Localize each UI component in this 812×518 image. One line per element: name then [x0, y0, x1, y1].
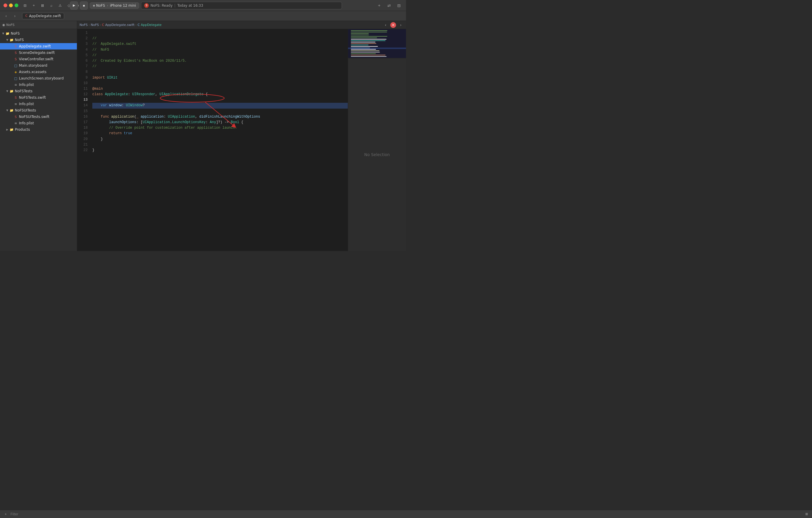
file-tab-appdelegate[interactable]: C AppDelegate.swift — [22, 13, 64, 19]
nav-next-button[interactable]: › — [398, 22, 404, 28]
tree-item-infoplist[interactable]: ≡ Info.plist — [0, 82, 77, 88]
nav-left-button[interactable]: ‹ — [2, 12, 10, 20]
plist-icon: ≡ — [13, 102, 18, 106]
sidebar: ◉ NoFS ▼ 📁 NoFS ▼ 📁 NoFS S AppDelegate. — [0, 21, 77, 251]
code-view: 1 2 3 4 5 6 7 8 9 10 11 12 13 14 — [77, 29, 348, 251]
class-icon: C — [138, 23, 141, 27]
swift-file-icon: S — [13, 51, 18, 55]
triangle-icon: ▼ — [5, 90, 9, 93]
file-tabs-bar: ‹ › C AppDelegate.swift — [0, 11, 406, 21]
editor-wrapper: NoFS › NoFS › C AppDelegate.swift › C Ap… — [77, 21, 406, 251]
tree-item-nofsuitests-plist[interactable]: ≡ Info.plist — [0, 120, 77, 126]
tab-filename: AppDelegate.swift — [29, 14, 61, 18]
storyboard-icon: □ — [13, 77, 18, 80]
nav-prev-button[interactable]: ‹ — [383, 22, 388, 28]
fullscreen-button[interactable] — [14, 3, 18, 7]
device-name: iPhone 12 mini — [110, 3, 136, 7]
tree-item-nofs-root[interactable]: ▼ 📁 NoFS — [0, 30, 77, 37]
triangle-icon: ▼ — [1, 32, 5, 35]
toolbar-right: ＋ ⇄ ⊟ — [375, 1, 403, 10]
bc-appdelegate-class: C AppDelegate — [138, 23, 162, 27]
main-area: ◉ NoFS ▼ 📁 NoFS ▼ 📁 NoFS S AppDelegate. — [0, 21, 406, 251]
nav-right-button[interactable]: › — [11, 12, 19, 20]
storyboard-icon: □ — [13, 64, 18, 67]
close-button[interactable] — [3, 3, 7, 7]
sidebar-toggle-button[interactable]: ⊟ — [21, 2, 29, 9]
stop-button[interactable]: ■ — [80, 1, 88, 10]
no-selection-label: No Selection — [348, 58, 406, 251]
tree-item-nofstests[interactable]: ▼ 📁 NoFSTests — [0, 88, 77, 94]
scheme-selector[interactable]: ⎈ NoFS › iPhone 12 mini — [90, 2, 139, 9]
scheme-name: NoFS — [96, 3, 105, 7]
traffic-lights — [0, 3, 18, 7]
inspector-panel: No Selection — [348, 29, 406, 251]
status-text: NoFS: Ready — [151, 3, 173, 7]
status-time: Today at 16:33 — [177, 3, 203, 7]
code-content[interactable]: // // AppDelegate.swift // NoFS // // Cr… — [90, 29, 348, 251]
file-tree: ▼ 📁 NoFS ▼ 📁 NoFS S AppDelegate.swift S — [0, 29, 77, 251]
sidebar-bc-label: NoFS — [6, 23, 14, 27]
asset-icon: ◈ — [13, 70, 18, 74]
minimap — [348, 29, 406, 58]
tree-item-launchscreen[interactable]: □ LaunchScreen.storyboard — [0, 75, 77, 82]
warning-button[interactable]: ⚠ — [56, 2, 64, 9]
plist-icon: ≡ — [13, 121, 18, 125]
plist-icon: ≡ — [13, 83, 18, 87]
swift-file-icon: S — [13, 44, 18, 48]
tree-item-products[interactable]: ▶ 📁 Products — [0, 126, 77, 133]
tree-item-nofsuitests-swift[interactable]: S NoFSUITests.swift — [0, 114, 77, 120]
tree-item-viewcontroller[interactable]: S ViewController.swift — [0, 56, 77, 62]
sidebar-bc-icon: ◉ — [2, 23, 5, 27]
tree-item-nofstests-swift[interactable]: S NoFSTests.swift — [0, 94, 77, 101]
tree-item-scenedelegate[interactable]: S SceneDelegate.swift — [0, 50, 77, 56]
tree-item-mainstoryboard[interactable]: □ Main.storyboard — [0, 62, 77, 69]
tree-item-assets[interactable]: ◈ Assets.xcassets — [0, 69, 77, 75]
status-indicator: 9 NoFS: Ready | Today at 16:33 — [141, 2, 342, 9]
swift-file-icon: S — [13, 96, 18, 99]
close-editor-button[interactable]: ✕ — [390, 22, 396, 28]
code-editor-area: 1 2 3 4 5 6 7 8 9 10 11 12 13 14 — [77, 29, 348, 251]
xcode-icon: ⎈ — [93, 3, 95, 7]
bc-appdelegate-file: C AppDelegate.swift — [102, 23, 135, 27]
tree-item-nofstests-plist[interactable]: ≡ Info.plist — [0, 101, 77, 107]
folder-icon: 📁 — [9, 89, 14, 93]
triangle-icon: ▼ — [5, 109, 9, 112]
minimize-button[interactable] — [9, 3, 13, 7]
triangle-icon: ▶ — [5, 128, 9, 131]
swift-icon: C — [102, 23, 105, 27]
error-badge: 9 — [144, 3, 149, 8]
add-button[interactable]: ＋ — [30, 2, 37, 9]
swift-file-icon: S — [13, 115, 18, 119]
folder-icon: 📁 — [5, 32, 10, 35]
tree-item-nofs-group[interactable]: ▼ 📁 NoFS — [0, 37, 77, 43]
swift-file-icon: C — [25, 14, 28, 18]
editor-breadcrumb: NoFS › NoFS › C AppDelegate.swift › C Ap… — [77, 21, 406, 29]
line-numbers: 1 2 3 4 5 6 7 8 9 10 11 12 13 14 — [77, 29, 90, 251]
tree-item-nofsuitests[interactable]: ▼ 📁 NoFSUITests — [0, 107, 77, 114]
titlebar: ⊟ ＋ ⊞ ⌕ ⚠ ◇ ⊕ ⊞ □ ▶ ■ ⎈ NoFS › iPhone 12… — [0, 0, 406, 11]
run-button[interactable]: ▶ — [70, 1, 78, 10]
sidebar-breadcrumb: ◉ NoFS — [0, 21, 77, 29]
bc-nofs2: NoFS — [91, 23, 99, 27]
bc-nofs1: NoFS — [80, 23, 88, 27]
split-editor-button[interactable]: ⊟ — [395, 1, 403, 10]
folder-icon: 📁 — [9, 38, 14, 42]
tree-item-appdelegate[interactable]: S AppDelegate.swift — [0, 43, 77, 50]
folder-icon: 📁 — [9, 109, 14, 112]
folder-icon: 📁 — [9, 128, 14, 132]
back-forward-button[interactable]: ⇄ — [385, 1, 393, 10]
triangle-icon: ▼ — [5, 38, 9, 41]
hierarchy-button[interactable]: ⊞ — [39, 2, 46, 9]
search-button[interactable]: ⌕ — [48, 2, 55, 9]
new-tab-button[interactable]: ＋ — [375, 1, 383, 10]
status-separator: | — [174, 3, 176, 7]
swift-file-icon: S — [13, 57, 18, 61]
